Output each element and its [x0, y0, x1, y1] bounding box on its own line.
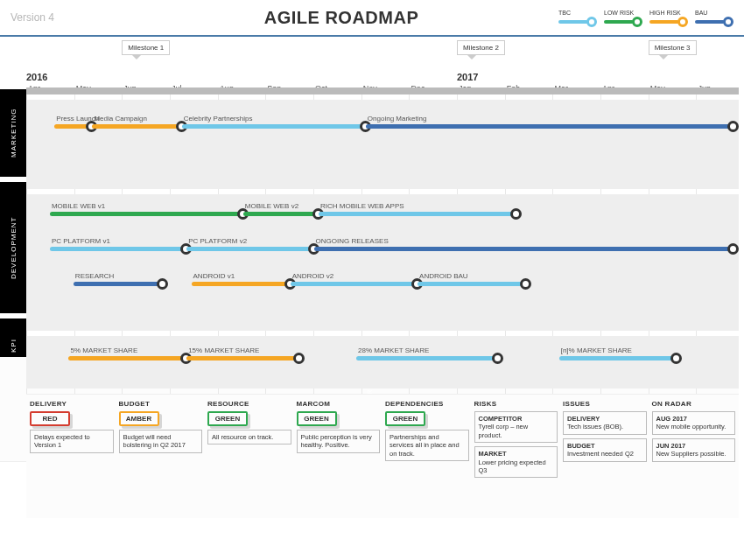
task-bar: Ongoing Marketing	[366, 124, 733, 129]
rail-marketing: MARKETING	[0, 89, 26, 177]
dashboard-note: Public perception is very healthy. Posit…	[297, 430, 381, 453]
legend-chip	[695, 18, 733, 26]
legend: TBCLOW RISKHIGH RISKBAU	[515, 10, 733, 26]
dashboard-column: ISSUESDELIVERYTech issues (BOB).BUDGETIn…	[563, 400, 647, 513]
dashboard-note: AUG 2017New mobile opportunity.	[652, 411, 736, 435]
task-label: ONGOING RELEASES	[316, 237, 389, 245]
legend-item: HIGH RISK	[649, 10, 688, 26]
marketing-band	[26, 100, 739, 189]
dashboard-note: COMPETITORTyrell corp – new product.	[474, 411, 558, 443]
dashboard-note: Partnerships and services all in place a…	[385, 430, 469, 461]
legend-label: LOW RISK	[604, 10, 642, 16]
legend-item: BAU	[695, 10, 733, 26]
task-bar: [n]% MARKET SHARE	[559, 356, 677, 360]
task-label: RICH MOBILE WEB APPS	[320, 202, 404, 210]
dashboard-column: DEPENDENCIESGREENPartnerships and servic…	[385, 400, 469, 513]
status-tag: GREEN	[297, 411, 337, 426]
task-label: ANDROID BAU	[419, 272, 468, 280]
dashboard-note: Delays expected to Version 1	[30, 430, 114, 453]
swimlane-rails: MARKETINGDEVELOPMENTKPIDASHBOARD	[0, 37, 26, 527]
legend-item: TBC	[558, 10, 597, 26]
task-end-dot	[670, 353, 682, 364]
dashboard-heading: DEPENDENCIES	[385, 400, 469, 408]
status-tag: RED	[30, 411, 70, 426]
dashboard-heading: DELIVERY	[30, 400, 114, 408]
status-tag: GREEN	[207, 411, 248, 426]
year-label: 2016	[26, 72, 47, 82]
milestone: Milestone 3	[649, 40, 697, 55]
dashboard-heading: ON RADAR	[652, 400, 736, 408]
legend-item: LOW RISK	[604, 10, 642, 26]
header: Version 4 AGILE ROADMAP TBCLOW RISKHIGH …	[0, 0, 744, 37]
dashboard-note: All resource on track.	[207, 430, 291, 444]
dashboard-heading: RISKS	[474, 400, 558, 408]
task-end-dot	[510, 208, 522, 220]
legend-label: BAU	[695, 10, 733, 16]
legend-chip	[649, 18, 688, 26]
dashboard-heading: RESOURCE	[207, 400, 291, 408]
dashboard-column: RESOURCEGREENAll resource on track.	[207, 400, 291, 513]
dashboard-column: DELIVERYREDDelays expected to Version 1	[30, 400, 114, 513]
dashboard-note: JUN 2017New Suppliers possible.	[652, 438, 736, 462]
legend-chip	[558, 18, 597, 26]
task-end-dot	[727, 121, 739, 132]
milestones-row: Milestone 1Milestone 2Milestone 3	[26, 40, 744, 75]
task-bar: RICH MOBILE WEB APPS	[319, 212, 516, 216]
legend-label: HIGH RISK	[649, 10, 688, 16]
task-label: [n]% MARKET SHARE	[561, 346, 632, 354]
dashboard-note: DELIVERYTech issues (BOB).	[563, 411, 647, 435]
status-tag: GREEN	[385, 411, 425, 426]
milestone: Milestone 2	[457, 40, 505, 55]
task-label: Ongoing Marketing	[368, 115, 427, 122]
dashboard-column: BUDGETAMBERBudget will need bolstering i…	[119, 400, 203, 513]
task-bar: ANDROID BAU	[418, 282, 526, 286]
dashboard-note: BUDGETInvestment needed Q2	[563, 438, 647, 462]
dashboard-column: RISKSCOMPETITORTyrell corp – new product…	[474, 400, 558, 513]
year-label: 2017	[457, 72, 478, 82]
dashboard-heading: BUDGET	[119, 400, 203, 408]
task-end-dot	[520, 278, 531, 290]
version-label: Version 4	[11, 11, 168, 24]
task-end-dot	[727, 243, 739, 255]
dashboard: DELIVERYREDDelays expected to Version 1B…	[26, 394, 739, 518]
task-bar: ONGOING RELEASES	[314, 247, 733, 251]
dashboard-column: MARCOMGREENPublic perception is very hea…	[297, 400, 381, 513]
dashboard-heading: ISSUES	[563, 400, 647, 408]
dashboard-note: Budget will need bolstering in Q2 2017	[119, 430, 203, 453]
dashboard-column: ON RADARAUG 2017New mobile opportunity.J…	[652, 400, 736, 513]
legend-chip	[604, 18, 642, 26]
dashboard-heading: MARCOM	[297, 400, 381, 408]
page-title: AGILE ROADMAP	[168, 8, 515, 28]
dashboard-note: MARKETLower pricing expected Q3	[474, 446, 558, 478]
status-tag: AMBER	[119, 411, 159, 426]
milestone: Milestone 1	[122, 40, 170, 55]
rail-development: DEVELOPMENT	[0, 182, 26, 313]
roadmap-chart: Milestone 1Milestone 2Milestone 3 201620…	[26, 37, 744, 527]
header-band	[26, 88, 739, 94]
legend-label: TBC	[558, 10, 597, 16]
